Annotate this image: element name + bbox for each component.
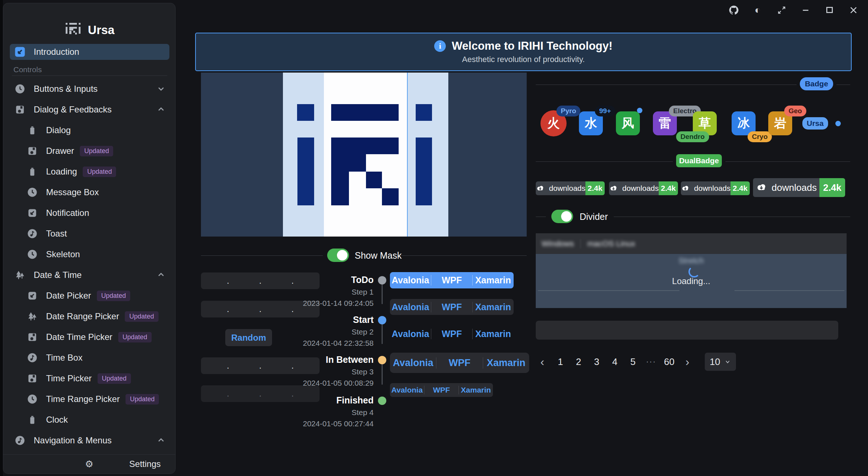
sidebar-section-divider	[12, 75, 167, 76]
sidebar-item-time-box[interactable]: Time Box	[10, 350, 169, 366]
logo-pixel	[331, 172, 349, 205]
tab-wpf[interactable]: WPF	[431, 275, 472, 286]
page-button-2[interactable]: 2	[572, 354, 585, 370]
page-button-4[interactable]: 4	[608, 354, 621, 370]
tab-macos-linux[interactable]: macOS Linux	[587, 239, 635, 249]
element-glyph: 水	[585, 115, 597, 132]
tab-avalonia[interactable]: Avalonia	[390, 357, 436, 369]
sidebar-item-dialog-feedbacks[interactable]: Dialog & Feedbacks	[10, 102, 169, 118]
timebox-dot: .	[259, 389, 262, 399]
step-number: Step 4	[303, 408, 374, 417]
sidebar-item-time-range-picker[interactable]: Time Range PickerUpdated	[10, 391, 169, 407]
step-dot	[378, 316, 386, 324]
random-button[interactable]: Random	[225, 329, 272, 346]
tab-avalonia[interactable]: Avalonia	[390, 302, 431, 312]
github-icon[interactable]	[726, 3, 742, 17]
logo-pixel	[331, 138, 399, 154]
sidebar-item-loading[interactable]: LoadingUpdated	[10, 164, 169, 180]
timebox-dot: .	[291, 276, 294, 286]
tab-avalonia[interactable]: Avalonia	[390, 386, 424, 394]
page-button-1[interactable]: 1	[554, 354, 567, 370]
clock-icon	[26, 248, 39, 261]
logo-pixel	[366, 172, 382, 188]
sidebar-item-notification[interactable]: Notification	[10, 205, 169, 221]
sidebar-item-introduction[interactable]: Introduction	[10, 44, 169, 60]
show-mask-toggle[interactable]	[327, 249, 349, 262]
sidebar-item-settings[interactable]: ⚙ Settings	[3, 454, 175, 473]
tab-windows[interactable]: Windows	[542, 239, 574, 249]
irihi-logo-image	[201, 73, 527, 237]
sidebar-item-label: Loading	[46, 167, 77, 177]
logo-pixel	[73, 31, 75, 33]
sidebar-item-dialog[interactable]: Dialog	[10, 122, 169, 138]
sidebar-item-time-picker[interactable]: Time PickerUpdated	[10, 370, 169, 386]
sidebar-item-date-range-picker[interactable]: Date Range PickerUpdated	[10, 308, 169, 324]
welcome-banner: i Welcome to IRIHI Technology! Aesthetic…	[195, 33, 852, 71]
sidebar-item-message-box[interactable]: Message Box	[10, 184, 169, 200]
note-icon	[26, 351, 39, 364]
sidebar-item-label: Date & Time	[34, 270, 82, 280]
loading-text: Loading...	[536, 276, 847, 286]
page-ellipsis[interactable]: ···	[645, 354, 658, 370]
fullscreen-icon[interactable]	[774, 3, 790, 17]
step-dot	[378, 276, 386, 284]
step-date: 2023-01-14 09:24:05	[303, 299, 374, 308]
tab-wpf[interactable]: WPF	[431, 302, 472, 312]
element-glyph: 冰	[737, 115, 750, 132]
tab-avalonia[interactable]: Avalonia	[390, 329, 431, 339]
page-button-3[interactable]: 3	[590, 354, 603, 370]
timebox-dot: .	[227, 361, 229, 371]
page-last-button[interactable]: 60	[663, 354, 676, 370]
chevron-down-icon	[156, 84, 166, 94]
tab-wpf[interactable]: WPF	[431, 329, 472, 339]
page-size-select[interactable]: 10	[705, 353, 736, 371]
dual-badge-label: downloads	[772, 182, 816, 193]
sidebar-item-label: Dialog	[46, 125, 71, 135]
tab-xamarin[interactable]: Xamarin	[472, 275, 514, 286]
timebox-dot: .	[259, 304, 262, 314]
sidebar-item-date-time-picker[interactable]: Date Time PickerUpdated	[10, 329, 169, 345]
loading-demo-panel: Windows macOS Linux Stretch Loading...	[536, 233, 847, 308]
dual-badge-count: 2.4k	[731, 181, 750, 195]
floppy-icon	[26, 144, 39, 157]
empty-input-bar[interactable]	[536, 321, 838, 340]
sidebar-item-drawer[interactable]: DrawerUpdated	[10, 143, 169, 159]
loading-blurred-stretch: Stretch	[536, 256, 847, 266]
floppy-icon	[26, 331, 39, 344]
element-glyph: 雷	[659, 115, 671, 132]
tab-xamarin[interactable]: Xamarin	[472, 302, 514, 312]
sidebar-item-clock[interactable]: Clock	[10, 412, 169, 428]
sidebar-item-skeleton[interactable]: Skeleton	[10, 246, 169, 262]
sidebar-item-label: Drawer	[46, 146, 74, 156]
page-prev-button[interactable]: ‹	[536, 354, 549, 370]
minimize-icon[interactable]	[798, 3, 814, 17]
divider-toggle[interactable]	[551, 210, 573, 223]
sidebar-item-date-time[interactable]: Date & Time	[10, 267, 169, 283]
step-dot	[378, 356, 386, 364]
element-glyph: 火	[547, 115, 560, 132]
sidebar-item-date-picker[interactable]: Date PickerUpdated	[10, 288, 169, 304]
sidebar-item-label: Clock	[46, 415, 68, 425]
logo-pixel	[69, 27, 77, 29]
sidebar-item-navigation-menus[interactable]: Navigation & Menus	[10, 432, 169, 448]
tab-xamarin[interactable]: Xamarin	[472, 329, 514, 339]
banner-subtitle: Aesthetic revolution of productivity.	[462, 55, 585, 64]
tab-wpf[interactable]: WPF	[424, 386, 458, 394]
page-next-button[interactable]: ›	[681, 354, 694, 370]
close-icon[interactable]	[846, 3, 861, 17]
tab-wpf[interactable]: WPF	[436, 357, 482, 369]
logo-pixel	[66, 27, 67, 34]
sidebar-item-toast[interactable]: Toast	[10, 226, 169, 242]
tab-xamarin[interactable]: Xamarin	[483, 357, 529, 369]
sidebar-item-label: Time Picker	[46, 373, 92, 383]
theme-toggle-icon[interactable]: ◐	[750, 3, 766, 17]
divider-line	[201, 255, 323, 256]
note-circle-icon	[13, 434, 26, 447]
maximize-icon[interactable]	[822, 3, 838, 17]
step-item: Start Step 2 2024-01-04 22:32:58	[303, 315, 374, 348]
sidebar-item-label: Skeleton	[46, 249, 80, 259]
sidebar-item-buttons-inputs[interactable]: Buttons & Inputs	[10, 81, 169, 97]
page-button-5[interactable]: 5	[626, 354, 639, 370]
tab-xamarin[interactable]: Xamarin	[458, 386, 493, 394]
tab-avalonia[interactable]: Avalonia	[390, 275, 431, 286]
